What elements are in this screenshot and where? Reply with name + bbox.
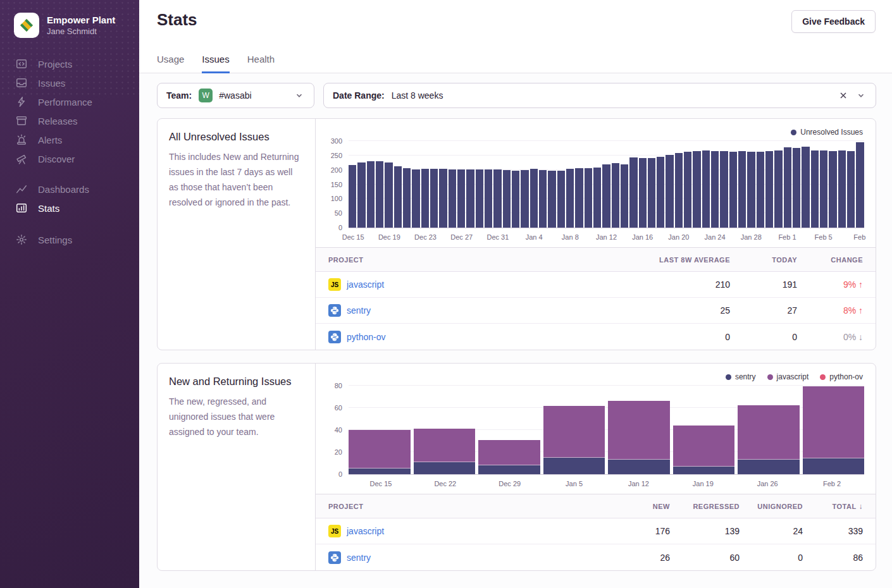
column-header-unignored[interactable]: UNIGNORED bbox=[740, 503, 803, 510]
column-header-total[interactable]: TOTAL ↓ bbox=[803, 502, 863, 511]
org-switcher[interactable]: Empower Plant Jane Schmidt bbox=[0, 0, 139, 38]
alerts-icon bbox=[16, 134, 27, 145]
bar bbox=[838, 150, 846, 228]
filter-bar: Team: W #wasabi Date Range: Last 8 weeks bbox=[157, 83, 876, 108]
column-header-today: TODAY bbox=[730, 256, 797, 264]
project-link[interactable]: javascript bbox=[347, 526, 384, 536]
stacked-bar bbox=[478, 440, 540, 474]
column-header-new[interactable]: NEW bbox=[575, 503, 670, 510]
legend-item-unresolved-issues[interactable]: Unresolved Issues bbox=[791, 128, 863, 137]
sidebar-nav: ProjectsIssuesPerformanceReleasesAlertsD… bbox=[0, 54, 139, 249]
project-link[interactable]: python-ov bbox=[347, 332, 385, 342]
bar bbox=[793, 148, 800, 228]
sidebar-item-projects[interactable]: Projects bbox=[0, 54, 139, 73]
bar-segment-javascript bbox=[478, 440, 540, 465]
x-axis-tick: Dec 27 bbox=[450, 233, 473, 241]
column-header-last-8w-average: LAST 8W AVERAGE bbox=[604, 256, 730, 264]
column-header-project[interactable]: PROJECT bbox=[328, 503, 575, 510]
table-row-sentry: sentry25278% ↑ bbox=[316, 298, 876, 324]
sidebar-item-label: Discover bbox=[38, 154, 75, 164]
bar bbox=[385, 162, 392, 228]
tab-usage[interactable]: Usage bbox=[157, 54, 184, 73]
js-icon: JS bbox=[328, 525, 341, 537]
give-feedback-button[interactable]: Give Feedback bbox=[791, 10, 876, 33]
x-axis: Dec 15Dec 22Dec 29Jan 5Jan 12Jan 19Jan 2… bbox=[349, 475, 864, 494]
x-axis-tick: Jan 20 bbox=[668, 233, 689, 241]
project-link[interactable]: sentry bbox=[347, 305, 371, 315]
bar-segment-javascript bbox=[803, 386, 865, 458]
sidebar: Empower Plant Jane Schmidt ProjectsIssue… bbox=[0, 0, 139, 588]
gridline: 80 bbox=[349, 385, 864, 386]
stacked-bar bbox=[803, 386, 865, 474]
bar bbox=[585, 168, 592, 228]
tab-health[interactable]: Health bbox=[247, 54, 275, 73]
sidebar-item-performance[interactable]: Performance bbox=[0, 92, 139, 111]
sidebar-item-stats[interactable]: Stats bbox=[0, 199, 139, 217]
y-axis-tick: 60 bbox=[317, 404, 342, 412]
bar bbox=[639, 158, 647, 228]
bar bbox=[747, 152, 755, 228]
bar bbox=[493, 169, 501, 228]
bar-segment-sentry bbox=[414, 462, 476, 474]
project-link[interactable]: javascript bbox=[347, 279, 384, 290]
user-name: Jane Schmidt bbox=[47, 26, 115, 37]
sidebar-item-releases[interactable]: Releases bbox=[0, 111, 139, 130]
new-returning-issues-chart: sentryjavascriptpython-ov020406080Dec 15… bbox=[316, 364, 876, 494]
clear-date-icon[interactable] bbox=[838, 90, 849, 101]
date-range-filter[interactable]: Date Range: Last 8 weeks bbox=[323, 83, 876, 108]
bar bbox=[575, 168, 583, 228]
bar bbox=[657, 157, 664, 228]
sidebar-item-label: Dashboards bbox=[38, 184, 89, 195]
bar bbox=[765, 151, 773, 228]
table-header-row: PROJECTNEWREGRESSEDUNIGNOREDTOTAL ↓ bbox=[316, 494, 876, 518]
legend-dot-icon bbox=[726, 374, 731, 380]
change-cell: 0% ↓ bbox=[797, 332, 863, 342]
sort-descending-icon: ↓ bbox=[857, 502, 863, 511]
sidebar-item-label: Stats bbox=[38, 203, 59, 214]
project-link[interactable]: sentry bbox=[347, 553, 371, 563]
x-axis-tick: Jan 12 bbox=[596, 233, 617, 241]
x-axis-tick: Jan 8 bbox=[562, 233, 579, 241]
legend-item-sentry[interactable]: sentry bbox=[726, 372, 756, 381]
panel-body: Unresolved Issues050100150200250300Dec 1… bbox=[316, 119, 876, 350]
legend-item-javascript[interactable]: javascript bbox=[767, 372, 809, 381]
sidebar-item-alerts[interactable]: Alerts bbox=[0, 130, 139, 149]
bar-segment-javascript bbox=[673, 426, 735, 467]
legend-label: sentry bbox=[735, 372, 756, 381]
column-header-regressed[interactable]: REGRESSED bbox=[670, 503, 740, 510]
bar-segment-sentry bbox=[738, 460, 800, 474]
x-axis-tick: Jan 16 bbox=[632, 233, 653, 241]
table-row-python-ov: python-ov000% ↓ bbox=[316, 324, 876, 350]
bar-segment-javascript bbox=[608, 401, 670, 460]
y-axis-tick: 200 bbox=[317, 166, 342, 174]
team-filter[interactable]: Team: W #wasabi bbox=[157, 83, 314, 108]
sidebar-item-issues[interactable]: Issues bbox=[0, 73, 139, 92]
sidebar-item-dashboards[interactable]: Dashboards bbox=[0, 180, 139, 199]
bar bbox=[376, 161, 383, 228]
bar bbox=[457, 169, 465, 228]
value-cell: 26 bbox=[575, 553, 670, 563]
panel-title: All Unresolved Issues bbox=[169, 131, 304, 143]
bar-segment-sentry bbox=[349, 469, 411, 474]
x-axis-tick: Feb 2 bbox=[823, 480, 841, 487]
bar bbox=[602, 164, 610, 228]
bar bbox=[367, 161, 375, 228]
panel-all-unresolved-issues: All Unresolved Issues This includes New … bbox=[157, 118, 876, 350]
x-axis-tick: Jan 5 bbox=[566, 480, 583, 487]
sidebar-item-discover[interactable]: Discover bbox=[0, 149, 139, 168]
x-axis-tick: Jan 4 bbox=[526, 233, 543, 241]
bar bbox=[711, 151, 719, 228]
legend-item-python-ov[interactable]: python-ov bbox=[820, 372, 863, 381]
sidebar-item-label: Alerts bbox=[38, 135, 62, 145]
python-logo-icon bbox=[330, 333, 339, 341]
value-cell: 0 bbox=[740, 553, 803, 563]
stacked-bar bbox=[543, 406, 605, 474]
bar bbox=[666, 155, 673, 228]
tab-issues[interactable]: Issues bbox=[202, 54, 229, 73]
bar-segment-sentry bbox=[673, 467, 735, 474]
panel-description-column: All Unresolved Issues This includes New … bbox=[158, 119, 316, 350]
issues-icon bbox=[16, 77, 27, 89]
sidebar-item-settings[interactable]: Settings bbox=[0, 230, 139, 249]
date-range-value: Last 8 weeks bbox=[392, 90, 443, 101]
python-logo-icon bbox=[330, 553, 339, 562]
